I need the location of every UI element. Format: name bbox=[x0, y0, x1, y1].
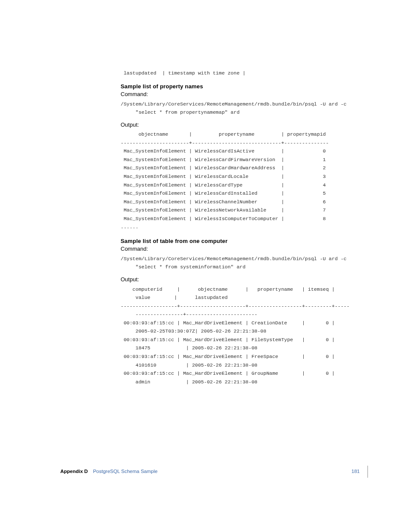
command-2-line-1: /System/Library/CoreServices/RemoteManag… bbox=[60, 255, 302, 263]
output-1: objectname | propertyname | propertymapi… bbox=[60, 130, 302, 231]
footer-left: Appendix D PostgreSQL Schema Sample bbox=[60, 468, 158, 475]
footer-appendix: Appendix D bbox=[60, 468, 88, 475]
content-column: lastupdated | timestamp with time zone |… bbox=[60, 69, 302, 386]
command-label-2: Command: bbox=[121, 245, 302, 253]
section-heading-property-names: Sample list of property names bbox=[121, 83, 302, 90]
page-footer: Appendix D PostgreSQL Schema Sample 181 bbox=[60, 466, 368, 478]
footer-right: 181 bbox=[352, 466, 368, 478]
footer-title: PostgreSQL Schema Sample bbox=[93, 468, 158, 475]
footer-page-number: 181 bbox=[352, 468, 360, 475]
output-label-2: Output: bbox=[121, 276, 302, 283]
output-label-1: Output: bbox=[121, 121, 302, 129]
footer-vertical-rule bbox=[367, 466, 368, 478]
top-preformatted-line: lastupdated | timestamp with time zone | bbox=[60, 69, 302, 78]
command-1-line-2: "select * from propertynamemap" ard bbox=[60, 108, 302, 117]
page-root: lastupdated | timestamp with time zone |… bbox=[0, 0, 411, 532]
command-1-line-1: /System/Library/CoreServices/RemoteManag… bbox=[60, 100, 302, 109]
output-2: computerid | objectname | propertyname |… bbox=[60, 285, 302, 386]
command-2-line-2: "select * from systeminformation" ard bbox=[60, 263, 302, 271]
section-heading-table-one-computer: Sample list of table from one computer bbox=[121, 237, 302, 245]
command-label-1: Command: bbox=[121, 90, 302, 98]
